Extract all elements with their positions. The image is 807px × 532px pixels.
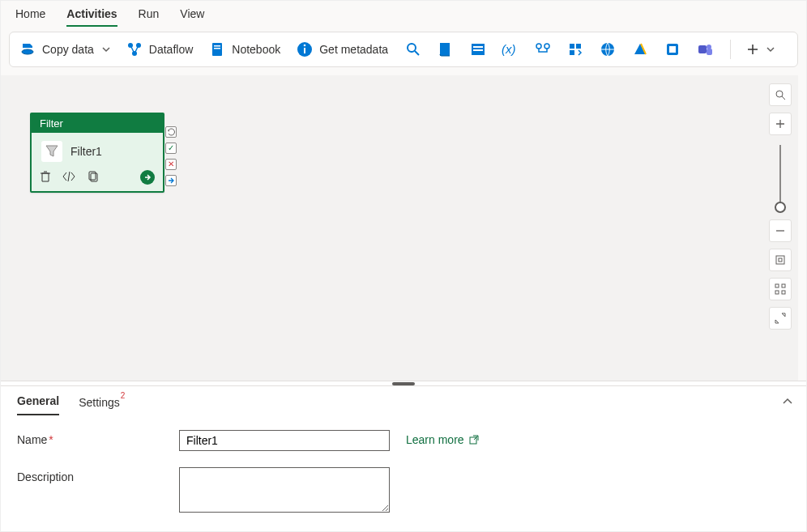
- svg-text:(x): (x): [502, 42, 516, 56]
- panel-tab-settings[interactable]: Settings2: [79, 394, 124, 415]
- activity-name-label: Filter1: [70, 145, 102, 158]
- activity-output-ports: ✓ ✕: [165, 126, 177, 186]
- notebook-icon: [209, 41, 225, 57]
- svg-rect-25: [698, 45, 707, 53]
- properties-panel: General Settings2 Name* Learn more Descr…: [1, 385, 806, 531]
- script-icon[interactable]: [437, 40, 455, 58]
- tab-run[interactable]: Run: [139, 7, 160, 27]
- svg-rect-21: [570, 50, 574, 55]
- zoom-in-icon[interactable]: [769, 113, 792, 135]
- info-icon: [297, 41, 313, 57]
- port-completion[interactable]: [165, 126, 177, 138]
- menu-bar: Home Activities Run View: [1, 1, 806, 27]
- variable-icon[interactable]: (x): [502, 40, 519, 58]
- canvas-sidetools: [769, 83, 792, 330]
- svg-rect-20: [576, 44, 581, 49]
- svg-point-17: [536, 44, 541, 49]
- svg-rect-19: [570, 44, 574, 49]
- plus-icon: [747, 44, 758, 55]
- zoom-slider[interactable]: [779, 145, 781, 210]
- name-input[interactable]: [179, 430, 390, 451]
- dataflow-label: Dataflow: [149, 43, 193, 56]
- description-field-label: Description: [17, 467, 179, 483]
- zoom-out-icon[interactable]: [769, 219, 792, 242]
- copy-data-button[interactable]: Copy data: [19, 41, 110, 57]
- svg-point-4: [132, 51, 137, 56]
- zoom-slider-thumb[interactable]: [775, 202, 786, 213]
- svg-rect-14: [473, 46, 483, 48]
- description-input[interactable]: [179, 467, 390, 513]
- azure-icon[interactable]: [631, 40, 649, 58]
- fullscreen-icon[interactable]: [769, 307, 792, 330]
- lookup-icon[interactable]: [404, 40, 422, 58]
- add-activity-button[interactable]: [747, 44, 775, 55]
- notebook-button[interactable]: Notebook: [209, 41, 280, 57]
- get-metadata-button[interactable]: Get metadata: [297, 41, 388, 57]
- svg-rect-5: [212, 43, 222, 56]
- svg-rect-31: [776, 256, 784, 264]
- fit-to-screen-icon[interactable]: [769, 249, 792, 271]
- teams-icon[interactable]: [696, 40, 714, 58]
- toolbar-separator: [730, 40, 731, 59]
- svg-point-18: [544, 44, 549, 49]
- svg-point-3: [136, 43, 141, 48]
- office-icon[interactable]: [664, 40, 681, 58]
- copy-icon[interactable]: [87, 171, 98, 185]
- svg-point-30: [776, 91, 783, 97]
- tab-home[interactable]: Home: [15, 7, 45, 27]
- auto-align-icon[interactable]: [769, 278, 792, 300]
- get-metadata-label: Get metadata: [319, 43, 388, 56]
- notebook-label: Notebook: [232, 43, 280, 56]
- activities-toolbar: Copy data Dataflow Notebook Get metadata…: [9, 32, 798, 67]
- code-icon[interactable]: [62, 171, 75, 184]
- svg-point-11: [408, 44, 416, 52]
- svg-rect-7: [214, 48, 220, 49]
- stored-proc-icon[interactable]: [469, 40, 487, 58]
- dataflow-button[interactable]: Dataflow: [126, 41, 193, 57]
- svg-rect-6: [214, 45, 220, 47]
- svg-rect-34: [782, 284, 785, 287]
- run-activity-icon[interactable]: [140, 170, 155, 185]
- panel-tab-general[interactable]: General: [17, 394, 59, 415]
- svg-point-2: [128, 43, 133, 48]
- copy-data-icon: [19, 41, 36, 57]
- svg-rect-15: [473, 49, 483, 51]
- svg-rect-36: [782, 291, 785, 294]
- toolbar-icon-row: (x): [404, 40, 714, 58]
- learn-more-link[interactable]: Learn more: [406, 430, 790, 446]
- canvas-search-icon[interactable]: [769, 83, 792, 106]
- dataflow-icon: [126, 41, 143, 57]
- delete-activity-icon[interactable]: [40, 171, 51, 185]
- functions-icon[interactable]: [566, 40, 584, 58]
- chevron-down-icon: [102, 45, 110, 53]
- web-icon[interactable]: [599, 40, 617, 58]
- svg-rect-9: [304, 48, 305, 53]
- pipeline-canvas[interactable]: Filter Filter1 ✓ ✕: [1, 75, 798, 381]
- collapse-panel-icon[interactable]: [782, 396, 793, 410]
- port-success[interactable]: ✓: [165, 143, 177, 154]
- svg-rect-35: [775, 291, 779, 294]
- name-field-label: Name*: [17, 430, 179, 446]
- svg-rect-33: [775, 284, 779, 287]
- chevron-down-icon: [766, 45, 775, 53]
- svg-rect-32: [779, 258, 782, 262]
- tab-view[interactable]: View: [180, 7, 204, 27]
- copy-data-label: Copy data: [42, 43, 94, 56]
- pipeline-icon[interactable]: [534, 40, 552, 58]
- tab-activities[interactable]: Activities: [66, 7, 117, 27]
- svg-point-10: [304, 45, 306, 47]
- svg-rect-27: [707, 49, 712, 55]
- activity-type-label: Filter: [32, 114, 163, 133]
- svg-rect-24: [669, 46, 676, 53]
- filter-icon: [41, 141, 62, 162]
- svg-rect-12: [440, 43, 450, 56]
- activity-node-filter1[interactable]: Filter Filter1 ✓ ✕: [30, 113, 164, 193]
- port-failure[interactable]: ✕: [165, 159, 177, 170]
- external-link-icon: [469, 435, 479, 445]
- port-skip[interactable]: [165, 175, 177, 186]
- settings-error-badge: 2: [121, 391, 126, 400]
